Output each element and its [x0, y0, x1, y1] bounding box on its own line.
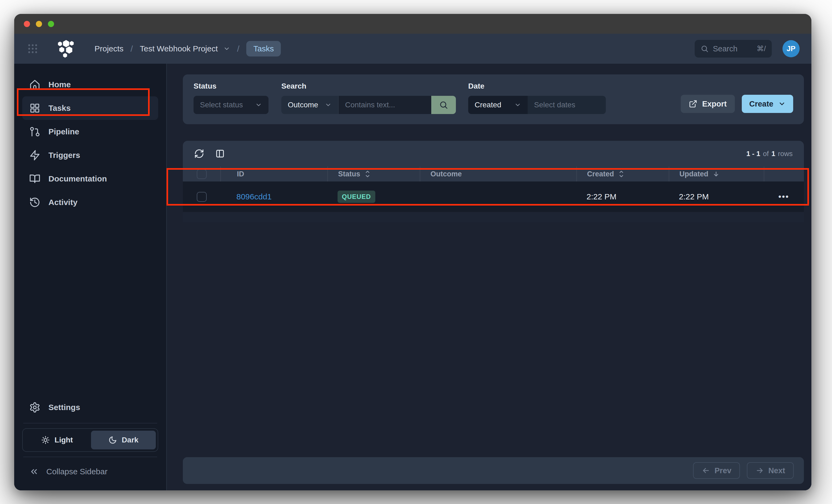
collapse-sidebar-button[interactable]: Collapse Sidebar — [22, 461, 158, 482]
rows-total: 1 — [772, 150, 775, 158]
breadcrumb-projects[interactable]: Projects — [95, 44, 123, 53]
column-header-updated[interactable]: Updated — [679, 170, 708, 178]
export-button[interactable]: Export — [681, 95, 735, 113]
grid-2x2-icon — [29, 103, 41, 114]
sidebar-item-pipeline[interactable]: Pipeline — [22, 120, 158, 143]
chevrons-left-icon — [29, 467, 39, 476]
prev-page-label: Prev — [714, 466, 731, 475]
status-filter-label: Status — [193, 82, 268, 90]
status-badge: QUEUED — [338, 191, 375, 203]
divider — [23, 423, 157, 423]
user-avatar[interactable]: JP — [782, 40, 800, 57]
prev-page-button[interactable]: Prev — [693, 462, 740, 479]
sidebar-item-documentation[interactable]: Documentation — [22, 167, 158, 191]
search-field-value: Outcome — [288, 101, 318, 109]
status-select-placeholder: Select status — [200, 101, 243, 109]
sidebar-item-settings[interactable]: Settings — [22, 396, 158, 419]
sidebar-item-label: Tasks — [48, 104, 71, 113]
arrow-left-icon — [702, 466, 710, 475]
next-page-label: Next — [768, 466, 785, 475]
arrow-right-icon — [755, 466, 764, 475]
main-content: Status Select status Search — [167, 64, 811, 490]
sidebar-item-label: Documentation — [48, 174, 107, 183]
lightning-icon — [29, 150, 41, 161]
gear-icon — [29, 402, 41, 413]
table-toolbar: 1 - 1 of 1 rows — [183, 141, 804, 166]
search-field-select[interactable]: Outcome — [281, 96, 338, 114]
select-all-checkbox[interactable] — [197, 169, 207, 179]
sidebar: Home Tasks Pipeline Triggers — [14, 64, 167, 490]
sort-both-icon[interactable] — [365, 170, 370, 178]
search-text-input[interactable] — [345, 101, 425, 109]
chevron-down-icon — [778, 100, 786, 108]
search-icon — [439, 100, 448, 109]
app-window: Projects / Test Webhook Project / Tasks … — [14, 14, 811, 490]
theme-dark-button[interactable]: Dark — [91, 431, 156, 449]
date-field-value: Created — [475, 101, 501, 109]
global-search-input[interactable]: ⌘/ — [695, 40, 772, 57]
close-window-button[interactable] — [24, 21, 30, 27]
sort-both-icon[interactable] — [618, 170, 624, 178]
create-button[interactable]: Create — [742, 95, 793, 113]
sidebar-item-home[interactable]: Home — [22, 73, 158, 96]
chevron-down-icon[interactable] — [223, 45, 230, 52]
search-icon — [701, 45, 709, 53]
table-header-row: ID Status Outcome — [183, 166, 804, 182]
next-page-button[interactable]: Next — [747, 462, 794, 479]
breadcrumb: Projects / Test Webhook Project / Tasks — [95, 41, 281, 56]
history-clock-icon — [29, 197, 41, 208]
search-filter-label: Search — [281, 82, 456, 90]
tasks-table: 1 - 1 of 1 rows ID — [183, 141, 804, 490]
global-search-field[interactable] — [713, 45, 752, 53]
date-range-input[interactable]: Select dates — [528, 96, 606, 114]
table-row[interactable]: 8096cdd1 QUEUED 2:22 PM 2:22 PM — [183, 182, 804, 212]
column-header-created[interactable]: Created — [587, 170, 614, 178]
column-header-status[interactable]: Status — [338, 170, 360, 178]
app-header: Projects / Test Webhook Project / Tasks … — [14, 34, 811, 64]
column-header-id[interactable]: ID — [237, 170, 244, 178]
sidebar-item-triggers[interactable]: Triggers — [22, 143, 158, 167]
app-grid-icon[interactable] — [27, 43, 38, 54]
external-link-icon — [689, 100, 697, 108]
minimize-window-button[interactable] — [36, 21, 42, 27]
task-id-link[interactable]: 8096cdd1 — [236, 192, 272, 201]
search-shortcut-hint: ⌘/ — [756, 45, 766, 53]
theme-light-label: Light — [55, 436, 73, 444]
sort-desc-arrow-icon[interactable] — [712, 170, 720, 178]
refresh-icon[interactable] — [194, 149, 204, 159]
table-row-tail — [183, 212, 804, 222]
created-cell: 2:22 PM — [587, 192, 617, 201]
rows-summary: 1 - 1 of 1 rows — [746, 150, 792, 158]
rows-range: 1 - 1 — [746, 150, 760, 158]
row-actions-ellipsis-icon[interactable]: ••• — [778, 192, 789, 201]
sidebar-item-tasks[interactable]: Tasks — [22, 96, 158, 120]
sidebar-item-label: Home — [48, 80, 71, 89]
sidebar-item-activity[interactable]: Activity — [22, 191, 158, 214]
date-field-select[interactable]: Created — [468, 96, 528, 114]
column-header-outcome[interactable]: Outcome — [431, 170, 462, 178]
search-submit-button[interactable] — [431, 96, 456, 114]
git-pull-request-icon — [29, 126, 41, 137]
date-range-placeholder: Select dates — [534, 101, 575, 109]
vellum-logo-icon[interactable] — [53, 37, 78, 60]
chevron-down-icon — [255, 102, 262, 108]
row-checkbox[interactable] — [197, 192, 207, 202]
zoom-window-button[interactable] — [48, 21, 54, 27]
breadcrumb-project-name[interactable]: Test Webhook Project — [140, 44, 218, 53]
status-select[interactable]: Select status — [193, 96, 268, 114]
moon-icon — [108, 436, 117, 444]
breadcrumb-separator: / — [237, 44, 240, 54]
book-open-icon — [29, 173, 41, 184]
rows-unit-text: rows — [778, 150, 792, 158]
breadcrumb-current-tasks[interactable]: Tasks — [246, 41, 281, 56]
home-icon — [29, 79, 41, 90]
chevron-down-icon — [325, 102, 332, 108]
sun-icon — [41, 436, 50, 444]
titlebar — [14, 14, 811, 34]
theme-light-button[interactable]: Light — [25, 431, 89, 449]
chevron-down-icon — [514, 102, 521, 108]
rows-of-text: of — [763, 150, 769, 158]
sidebar-item-label: Activity — [48, 198, 77, 207]
breadcrumb-separator: / — [130, 44, 133, 54]
columns-panel-icon[interactable] — [215, 149, 225, 159]
